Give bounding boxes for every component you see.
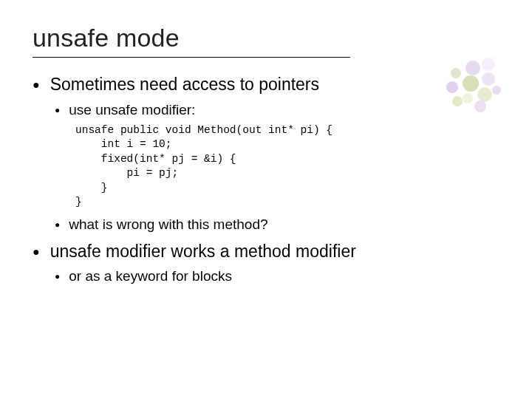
bullet-text: or as a keyword for blocks [69,267,232,285]
bullet-dot-icon: ● [55,219,60,231]
bullet-dot-icon: ● [33,78,40,92]
bullet-dot-icon: ● [33,245,40,259]
bullet-dot-icon: ● [55,105,60,116]
bullet-level1: ● Sometimes need access to pointers [33,74,499,95]
code-block: unsafe public void Method(out int* pi) {… [75,123,499,210]
bullet-text: unsafe modifier works a method modifier [50,241,356,262]
slide: unsafe mode ● Sometimes need access to p… [0,0,532,285]
bullet-level2: ● what is wrong with this method? [55,216,499,233]
slide-body: ● Sometimes need access to pointers ● us… [33,74,499,285]
bullet-text: use unsafe modifier: [69,101,195,119]
bullet-dot-icon: ● [55,271,60,282]
bullet-level1: ● unsafe modifier works a method modifie… [33,241,499,262]
title-underline [33,57,350,58]
slide-title: unsafe mode [33,24,499,52]
bullet-level2: ● use unsafe modifier: [55,101,499,119]
bullet-level2: ● or as a keyword for blocks [55,267,499,285]
bullet-text: what is wrong with this method? [69,216,267,233]
bullet-text: Sometimes need access to pointers [50,74,319,95]
